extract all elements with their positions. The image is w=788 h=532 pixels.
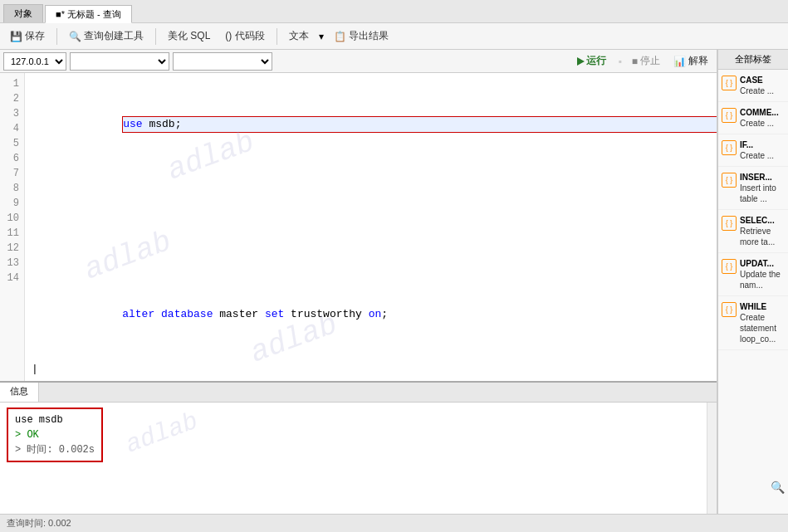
toolbar-separator-3 (277, 28, 277, 45)
snippet-if[interactable]: { } IF... Create ... (718, 134, 788, 167)
toolbar-separator (56, 28, 57, 45)
save-icon: 💾 (10, 31, 22, 42)
watermark-bottom: adlab (122, 408, 202, 460)
save-button[interactable]: 💾 保存 (5, 27, 50, 45)
snippet-insert-text: INSER... Insert into table ... (740, 172, 785, 204)
snippet-while[interactable]: { } WHILE Create statement loop_co... (718, 296, 788, 350)
code-line-3 (32, 212, 717, 227)
snippet-update-icon: { } (722, 259, 737, 274)
snippet-if-text: IF... Create ... (740, 139, 774, 161)
host-select[interactable]: 127.0.0.1 (3, 52, 66, 71)
code-line-6: | (32, 362, 717, 377)
code-lines: 1 2 3 4 5 6 7 8 9 10 11 12 13 14 (0, 73, 717, 381)
snippet-case-text: CASE Create ... (740, 75, 774, 96)
bottom-section: 信息 adlab use msdb > OK (0, 381, 717, 514)
snippet-insert[interactable]: { } INSER... Insert into table ... (718, 167, 788, 210)
export-icon: 📋 (334, 31, 346, 42)
code-block-button[interactable]: () 代码段 (220, 27, 269, 45)
bottom-content: adlab use msdb > OK > 时间: 0.002s (0, 403, 717, 514)
toolbar: 💾 保存 🔍 查询创建工具 美化 SQL () 代码段 文本 ▾ 📋 导出结果 (0, 23, 788, 50)
query-icon: 🔍 (69, 31, 81, 42)
text-button[interactable]: 文本 (284, 27, 314, 45)
run-button[interactable]: 运行 (570, 52, 613, 70)
tab-bar: 对象 ■* 无标题 - 查询 (0, 0, 788, 23)
db-select-2[interactable] (173, 52, 272, 71)
snippet-comment[interactable]: { } COMME... Create ... (718, 102, 788, 134)
snippet-select[interactable]: { } SELEC... Retrieve more ta... (718, 210, 788, 253)
tab-query[interactable]: ■* 无标题 - 查询 (45, 5, 132, 23)
right-panel: 全部标签 { } CASE Create ... { } COMME... Cr… (717, 50, 788, 514)
snippet-if-icon: { } (722, 140, 737, 155)
explain-button[interactable]: 📊 解释 (668, 52, 713, 70)
info-line-3: > 时间: 0.002s (15, 442, 95, 457)
tab-objects[interactable]: 对象 (3, 4, 43, 22)
line-numbers: 1 2 3 4 5 6 7 8 9 10 11 12 13 14 (0, 73, 25, 381)
status-bar: 查询时间: 0.002 (0, 514, 788, 532)
snippet-select-text: SELEC... Retrieve more ta... (740, 215, 785, 247)
snippet-comment-icon: { } (722, 108, 737, 123)
snippet-comment-text: COMME... Create ... (740, 107, 779, 129)
info-panel: adlab use msdb > OK > 时间: 0.002s (0, 403, 707, 514)
explain-icon: 📊 (673, 56, 686, 67)
code-line-1: use msdb; (32, 101, 717, 148)
bottom-scrollbar[interactable] (707, 403, 717, 514)
connection-bar: 127.0.0.1 运行 ▪ ■ 停止 📊 解释 (0, 50, 717, 73)
code-editor[interactable]: adlab adlab adlab 1 2 3 4 5 6 7 8 9 10 (0, 73, 717, 381)
info-box: use msdb > OK > 时间: 0.002s (7, 408, 103, 462)
export-button[interactable]: 📋 导出结果 (329, 27, 394, 45)
toolbar-separator-2 (155, 28, 156, 45)
code-line-2 (32, 173, 717, 188)
snippet-insert-icon: { } (722, 173, 737, 188)
snippet-while-icon: { } (722, 302, 737, 317)
code-content[interactable]: use msdb; alter database master set trus… (25, 73, 717, 381)
query-tool-button[interactable]: 🔍 查询创建工具 (64, 27, 149, 45)
snippet-while-text: WHILE Create statement loop_co... (740, 301, 785, 344)
info-line-1: use msdb (15, 412, 95, 427)
code-line-5: alter database master set trustworthy on… (32, 292, 717, 337)
snippet-case-icon: { } (722, 76, 737, 90)
play-icon (577, 57, 585, 66)
info-tab[interactable]: 信息 (0, 383, 39, 402)
editor-panel: 127.0.0.1 运行 ▪ ■ 停止 📊 解释 (0, 50, 717, 514)
search-icon[interactable]: 🔍 (771, 481, 785, 494)
info-line-2: > OK (15, 427, 95, 442)
beautify-button[interactable]: 美化 SQL (163, 27, 215, 45)
stop-button[interactable]: ■ 停止 (627, 52, 665, 70)
snippet-select-icon: { } (722, 216, 737, 231)
db-select-1[interactable] (70, 52, 169, 71)
snippet-update[interactable]: { } UPDAT... Update the nam... (718, 253, 788, 296)
snippet-case[interactable]: { } CASE Create ... (718, 70, 788, 102)
snippet-update-text: UPDAT... Update the nam... (740, 258, 785, 290)
stop-icon: ■ (632, 56, 638, 67)
bottom-tabs: 信息 (0, 383, 717, 403)
right-panel-header: 全部标签 (718, 50, 788, 70)
code-line-4 (32, 252, 717, 267)
